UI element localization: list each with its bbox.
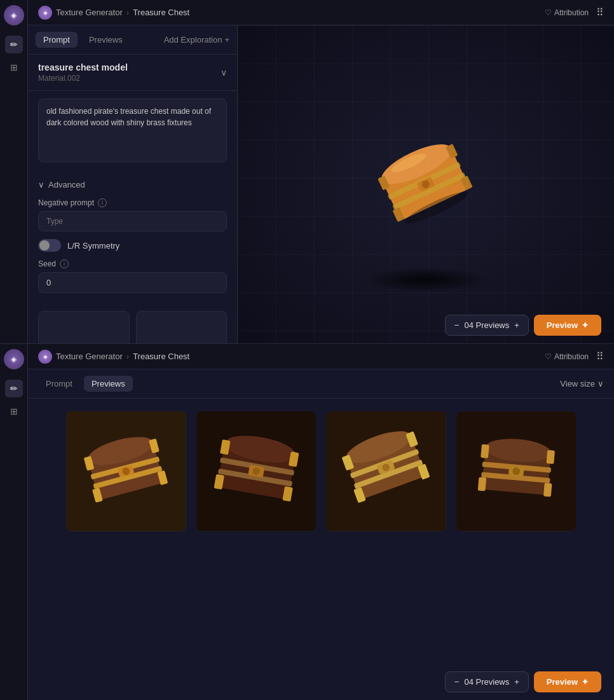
breadcrumb-app: Texture Generator <box>56 8 123 17</box>
main-bottom: ◈ Texture Generator › Treasure Chest ♡ A… <box>28 344 614 700</box>
svg-rect-52 <box>477 477 486 491</box>
previews-count-button-bottom[interactable]: − 04 Previews + <box>445 671 529 692</box>
grid-menu-button[interactable]: ⠿ <box>596 6 604 18</box>
negative-prompt-label: Negative prompt <box>38 198 94 207</box>
app-logo[interactable]: ◈ <box>4 5 24 25</box>
view-size-label: View size <box>560 379 595 388</box>
view-size-button[interactable]: View size ∨ <box>560 379 604 388</box>
breadcrumb-app-bottom: Texture Generator <box>56 352 123 361</box>
svg-rect-51 <box>546 450 555 464</box>
sidebar-top: ◈ ✏ ⊞ <box>0 0 28 343</box>
bottom-bottom-toolbar: − 04 Previews + Preview ✦ <box>445 671 601 692</box>
tab-prompt[interactable]: Prompt <box>36 32 78 48</box>
bottom-header-right: ♡ Attribution ⠿ <box>545 350 604 362</box>
breadcrumb-page: Treasure Chest <box>133 8 189 17</box>
svg-rect-50 <box>481 444 489 458</box>
bottom-section: ◈ ✏ ⊞ ◈ Texture Generator › Treasure Che… <box>0 344 614 700</box>
symmetry-label: L/R Symmetry <box>67 241 119 250</box>
model-chevron[interactable]: ∨ <box>221 67 227 78</box>
minus-icon: − <box>454 320 460 330</box>
heart-icon: ♡ <box>545 8 552 17</box>
viewport-grid <box>238 25 614 343</box>
add-exploration-label: Add Exploration <box>164 35 222 45</box>
breadcrumb-sep: › <box>126 8 129 17</box>
sidebar-bottom-icon-grid[interactable]: ⊞ <box>5 402 23 420</box>
sidebar-bottom: ◈ ✏ ⊞ <box>0 344 28 700</box>
breadcrumb: ◈ Texture Generator › Treasure Chest <box>38 6 189 20</box>
previews-count-button[interactable]: − 04 Previews + <box>445 315 529 336</box>
symmetry-toggle[interactable] <box>38 239 61 252</box>
view-size-chevron: ∨ <box>597 379 604 388</box>
seed-info-icon[interactable]: i <box>60 259 69 268</box>
preview-label-bottom: Preview <box>547 677 578 687</box>
grid-menu-icon: ⠿ <box>596 7 604 18</box>
previews-count-label-bottom: 04 Previews <box>464 677 509 687</box>
preview-thumb-1[interactable] <box>66 411 186 532</box>
symmetry-row: L/R Symmetry <box>38 239 227 252</box>
prompt-area <box>28 91 237 172</box>
heart-icon-bottom: ♡ <box>545 352 552 361</box>
seed-row: Seed i <box>38 259 227 293</box>
sidebar-icon-brush[interactable]: ✏ <box>5 36 23 53</box>
model-title: treasure chest model <box>38 62 128 72</box>
breadcrumb-page-bottom: Treasure Chest <box>133 352 189 361</box>
advanced-label: Advanced <box>48 180 85 189</box>
prompt-textarea[interactable] <box>38 99 227 162</box>
grid-menu-icon-bottom: ⠿ <box>596 351 604 362</box>
breadcrumb-logo-bottom: ◈ <box>38 350 52 364</box>
breadcrumb-logo: ◈ <box>38 6 52 20</box>
preview-sparkle-icon-bottom: ✦ <box>582 677 589 687</box>
previews-count-label: 04 Previews <box>464 320 509 330</box>
plus-icon: + <box>514 320 519 330</box>
previews-header-bar: Prompt Previews View size ∨ <box>28 369 614 399</box>
seed-label-row: Seed i <box>38 259 227 268</box>
advanced-toggle[interactable]: ∨ Advanced <box>38 177 85 192</box>
seed-label: Seed <box>38 259 56 268</box>
attribution-button[interactable]: ♡ Attribution <box>545 8 589 17</box>
bottom-toolbar-top: − 04 Previews + Preview ✦ <box>445 315 601 336</box>
sidebar-icon-grid[interactable]: ⊞ <box>5 58 23 76</box>
previews-grid <box>28 399 614 544</box>
add-icon: + <box>224 35 229 45</box>
preview-thumb-3[interactable] <box>326 411 446 532</box>
bottom-header: ◈ Texture Generator › Treasure Chest ♡ A… <box>28 344 614 369</box>
cards-row: Background Initial Texture <box>28 303 237 343</box>
attribution-button-bottom[interactable]: ♡ Attribution <box>545 352 589 361</box>
tab-bar-top: Prompt Previews Add Exploration + <box>28 25 237 55</box>
header-right: ♡ Attribution ⠿ <box>545 6 604 18</box>
negative-prompt-info-icon[interactable]: i <box>98 198 107 207</box>
background-card[interactable]: Background <box>38 311 130 343</box>
minus-icon-bottom: − <box>454 677 460 687</box>
model-subtitle: Material.002 <box>38 74 128 83</box>
tab-previews[interactable]: Previews <box>81 32 130 48</box>
app-logo-bottom[interactable]: ◈ <box>4 349 24 369</box>
preview-sparkle-icon: ✦ <box>582 320 589 330</box>
top-header: ◈ Texture Generator › Treasure Chest ♡ A… <box>28 0 614 25</box>
add-exploration-button[interactable]: Add Exploration + <box>164 35 229 45</box>
preview-thumb-2[interactable] <box>196 411 317 532</box>
left-panel-top: Prompt Previews Add Exploration + treasu… <box>28 25 238 343</box>
chest-shadow <box>362 267 489 292</box>
breadcrumb-sep-bottom: › <box>126 352 129 361</box>
preview-label: Preview <box>547 320 578 330</box>
preview-thumb-4[interactable] <box>456 411 576 532</box>
model-header: treasure chest model Material.002 ∨ <box>28 55 237 91</box>
preview-button-bottom[interactable]: Preview ✦ <box>534 671 601 692</box>
negative-prompt-input[interactable] <box>38 211 227 231</box>
seed-input[interactable] <box>38 272 227 293</box>
3d-viewport <box>238 25 614 343</box>
advanced-chevron-icon: ∨ <box>38 180 44 189</box>
tab-prompt-bottom[interactable]: Prompt <box>38 376 80 392</box>
sidebar-bottom-icon-brush[interactable]: ✏ <box>5 380 23 397</box>
negative-prompt-label-row: Negative prompt i <box>38 198 227 207</box>
plus-icon-bottom: + <box>514 677 519 687</box>
svg-rect-53 <box>543 483 552 497</box>
attribution-label-bottom: Attribution <box>554 352 589 361</box>
tab-previews-bottom[interactable]: Previews <box>84 376 133 392</box>
grid-menu-button-bottom[interactable]: ⠿ <box>596 350 604 362</box>
advanced-section: ∨ Advanced Negative prompt i L/R Symmetr… <box>28 172 237 303</box>
preview-button-top[interactable]: Preview ✦ <box>534 315 601 336</box>
initial-texture-card[interactable]: Initial Texture <box>136 311 228 343</box>
attribution-label: Attribution <box>554 8 589 17</box>
breadcrumb-bottom: ◈ Texture Generator › Treasure Chest <box>38 350 189 364</box>
